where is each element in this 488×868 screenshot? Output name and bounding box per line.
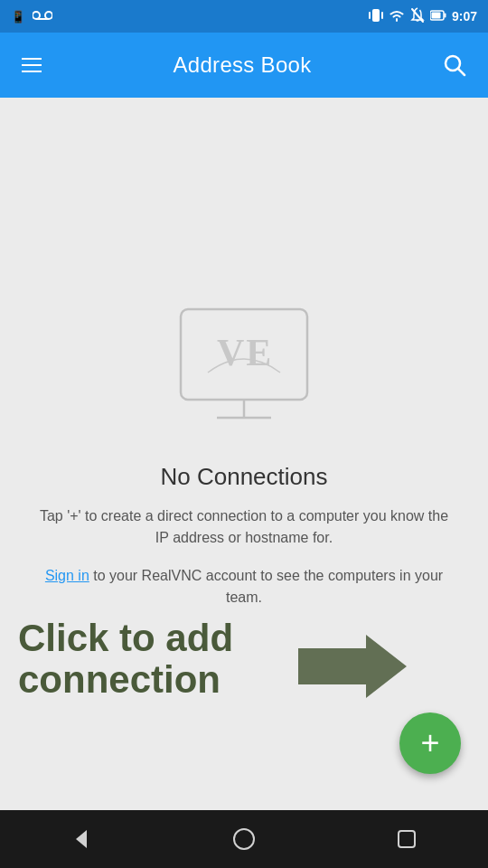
vnc-illustration: VE <box>172 300 316 430</box>
svg-point-1 <box>45 12 52 19</box>
no-connections-title: No Connections <box>161 463 328 491</box>
svg-point-17 <box>234 829 254 849</box>
recents-icon <box>394 826 419 852</box>
svg-marker-16 <box>76 830 87 848</box>
back-icon <box>69 826 94 852</box>
svg-rect-4 <box>369 12 371 19</box>
back-button[interactable] <box>61 819 101 859</box>
svg-rect-5 <box>381 12 383 19</box>
time-display: 9:07 <box>452 9 477 24</box>
recents-button[interactable] <box>387 819 427 859</box>
search-button[interactable] <box>436 46 474 84</box>
svg-rect-8 <box>431 12 440 18</box>
page-title: Address Book <box>173 52 311 78</box>
monitor-svg: VE <box>172 300 316 427</box>
status-bar-right: 9:07 <box>369 7 477 26</box>
voicemail-icon <box>33 9 52 24</box>
home-button[interactable] <box>224 819 264 859</box>
svg-rect-3 <box>372 9 380 22</box>
status-bar: 📱 <box>0 0 488 33</box>
annotation-arrow <box>298 635 407 702</box>
bottom-nav-bar <box>0 810 488 868</box>
svg-rect-18 <box>399 831 415 847</box>
svg-text:VE: VE <box>217 332 273 373</box>
wifi-icon <box>389 9 405 24</box>
no-connections-description: Tap '+' to create a direct connection to… <box>36 505 452 549</box>
annotation-overlay: Click to add connection <box>18 617 407 702</box>
sign-in-link[interactable]: Sign in <box>45 568 89 583</box>
menu-button[interactable] <box>14 51 49 80</box>
main-content: VE No Connections Tap '+' to create a di… <box>0 98 488 810</box>
home-icon <box>231 826 257 852</box>
add-connection-button[interactable]: + <box>399 712 461 774</box>
hamburger-icon <box>22 58 42 72</box>
notifications-off-icon <box>410 7 425 26</box>
app-bar: Address Book <box>0 33 488 98</box>
search-icon <box>443 53 466 77</box>
battery-icon <box>430 9 446 24</box>
status-bar-left: 📱 <box>11 9 52 24</box>
vibrate-icon <box>369 7 383 26</box>
sign-in-suffix: to your RealVNC account to see the compu… <box>89 568 443 605</box>
svg-marker-15 <box>298 635 407 698</box>
phone-icon: 📱 <box>11 10 25 24</box>
sign-in-paragraph: Sign in to your RealVNC account to see t… <box>36 565 452 609</box>
annotation-text: Click to add connection <box>18 618 289 701</box>
svg-line-10 <box>458 69 465 75</box>
svg-point-0 <box>33 12 40 19</box>
app-bar-actions <box>436 46 474 84</box>
svg-rect-7 <box>444 13 446 17</box>
